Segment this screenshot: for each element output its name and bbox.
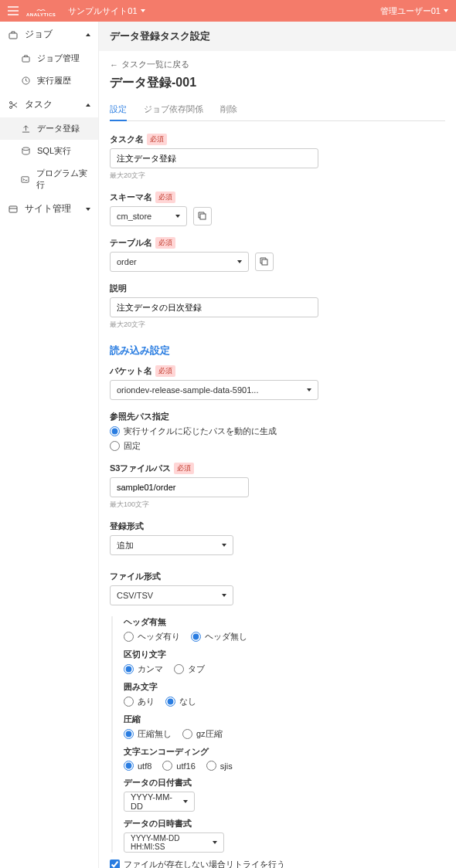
task-name-input[interactable]: [110, 148, 318, 168]
window-icon: [8, 205, 19, 214]
required-badge: 必須: [174, 463, 194, 474]
datetime-fmt-select[interactable]: YYYY-MM-DD HH:MI:SS: [124, 832, 224, 853]
required-badge: 必須: [147, 134, 167, 145]
nav-item-sql-exec[interactable]: SQL実行: [0, 140, 98, 162]
briefcase-icon: [8, 30, 19, 39]
table-select[interactable]: order: [110, 252, 249, 272]
schema-select[interactable]: cm_store: [110, 206, 187, 226]
ref-path-label: 参照先パス指定: [110, 411, 169, 422]
scissors-icon: [8, 100, 19, 110]
chevron-up-icon: [86, 103, 90, 107]
chevron-down-icon: [222, 594, 226, 597]
chevron-down-icon: [307, 388, 311, 392]
bucket-select[interactable]: oriondev-release-sample-data-5901...: [110, 380, 318, 400]
encoding-sjis-radio[interactable]: sjis: [206, 761, 233, 771]
tab-delete[interactable]: 削除: [220, 99, 237, 120]
description-input[interactable]: [110, 297, 318, 317]
task-name-label: タスク名: [110, 134, 144, 145]
required-badge: 必須: [155, 237, 175, 249]
nav-group-task[interactable]: タスク: [0, 92, 98, 117]
arrow-left-icon: ←: [110, 60, 118, 70]
date-fmt-select[interactable]: YYYY-MM-DD: [124, 792, 195, 812]
enclose-yes-radio[interactable]: あり: [124, 696, 155, 707]
chevron-down-icon: [222, 544, 226, 547]
tab-dependencies[interactable]: ジョブ依存関係: [144, 99, 203, 120]
enclose-label: 囲み文字: [124, 681, 445, 693]
retry-checkbox[interactable]: ファイルが存在しない場合リトライを行う: [110, 859, 285, 868]
svg-rect-1: [22, 57, 29, 62]
site-selector[interactable]: サンプルサイト01: [68, 5, 145, 17]
reg-type-label: 登録形式: [110, 520, 144, 532]
schema-label: スキーマ名: [110, 192, 152, 203]
main: データ登録タスク設定 ← タスク一覧に戻る データ登録-001 設定 ジョブ依存…: [99, 22, 456, 868]
bucket-label: バケット名: [110, 365, 152, 377]
s3-path-input[interactable]: [110, 477, 249, 497]
page-title: データ登録-001: [110, 75, 445, 91]
chevron-down-icon: [141, 9, 145, 12]
nav-item-job-manage[interactable]: ジョブ管理: [0, 47, 98, 70]
encoding-utf16-radio[interactable]: utf16: [162, 761, 195, 771]
s3-path-label: S3ファイルパス: [110, 463, 171, 474]
delim-tab-radio[interactable]: タブ: [174, 663, 205, 675]
compress-label: 圧縮: [124, 714, 445, 725]
history-icon: [20, 76, 31, 85]
required-badge: 必須: [155, 365, 175, 377]
chevron-down-icon: [175, 215, 180, 218]
svg-rect-8: [200, 214, 206, 219]
copy-schema-button[interactable]: [193, 207, 212, 225]
file-format-select[interactable]: CSV/TSV: [110, 585, 233, 605]
database-icon: [20, 147, 31, 155]
encoding-utf8-radio[interactable]: utf8: [124, 761, 151, 771]
nav-item-exec-history[interactable]: 実行履歴: [0, 70, 98, 92]
chevron-down-icon: [237, 260, 242, 263]
header-no-radio[interactable]: ヘッダ無し: [191, 631, 247, 643]
logo-text: ANALYTICS: [26, 12, 56, 17]
enclose-no-radio[interactable]: なし: [165, 696, 196, 707]
nav-item-data-register[interactable]: データ登録: [0, 117, 98, 140]
reg-type-select[interactable]: 追加: [110, 535, 233, 555]
sidebar: ジョブ ジョブ管理 実行履歴 タスク データ登録 SQL実行 プログラム実行 サ…: [0, 22, 99, 868]
description-label: 説明: [110, 283, 127, 294]
svg-rect-7: [9, 206, 17, 212]
delim-comma-radio[interactable]: カンマ: [124, 663, 163, 675]
terminal-icon: [20, 175, 30, 184]
svg-rect-9: [262, 259, 267, 265]
compress-none-radio[interactable]: 圧縮無し: [124, 728, 172, 740]
svg-rect-0: [9, 33, 17, 39]
nav-item-program-exec[interactable]: プログラム実行: [0, 162, 98, 196]
page-header: データ登録タスク設定: [99, 22, 456, 51]
logo: ANALYTICS: [26, 5, 56, 17]
nav-group-job[interactable]: ジョブ: [0, 22, 98, 47]
hamburger-icon[interactable]: [8, 6, 19, 15]
file-format-label: ファイル形式: [110, 571, 161, 582]
s3-path-hint: 最大100文字: [110, 500, 445, 510]
ref-fixed-radio[interactable]: 固定: [110, 440, 141, 452]
top-bar: ANALYTICS サンプルサイト01 管理ユーザー01: [0, 0, 456, 22]
description-hint: 最大20文字: [110, 320, 445, 330]
encoding-label: 文字エンコーディング: [124, 746, 445, 758]
header-yes-radio[interactable]: ヘッダ有り: [124, 631, 180, 643]
read-settings-title: 読み込み設定: [110, 344, 445, 358]
table-label: テーブル名: [110, 237, 152, 249]
upload-icon: [20, 124, 31, 133]
delimiter-label: 区切り文字: [124, 649, 445, 660]
chevron-down-icon: [444, 9, 448, 12]
chevron-down-icon: [86, 208, 90, 211]
required-badge: 必須: [155, 192, 175, 203]
copy-table-button[interactable]: [255, 253, 274, 271]
briefcase-icon: [20, 54, 31, 63]
tabs: 設定 ジョブ依存関係 削除: [110, 99, 445, 121]
ref-dynamic-radio[interactable]: 実行サイクルに応じたパスを動的に生成: [110, 426, 277, 437]
compress-gz-radio[interactable]: gz圧縮: [182, 728, 223, 740]
svg-point-5: [22, 147, 29, 151]
date-fmt-label: データの日付書式: [124, 777, 445, 788]
datetime-fmt-label: データの日時書式: [124, 818, 445, 829]
chevron-down-icon: [213, 841, 217, 844]
chevron-down-icon: [183, 800, 188, 803]
task-name-hint: 最大20文字: [110, 171, 445, 181]
user-menu[interactable]: 管理ユーザー01: [380, 5, 448, 17]
nav-group-site[interactable]: サイト管理: [0, 196, 98, 222]
back-link[interactable]: ← タスク一覧に戻る: [110, 59, 189, 70]
tab-settings[interactable]: 設定: [110, 99, 127, 121]
header-label: ヘッダ有無: [124, 616, 445, 628]
